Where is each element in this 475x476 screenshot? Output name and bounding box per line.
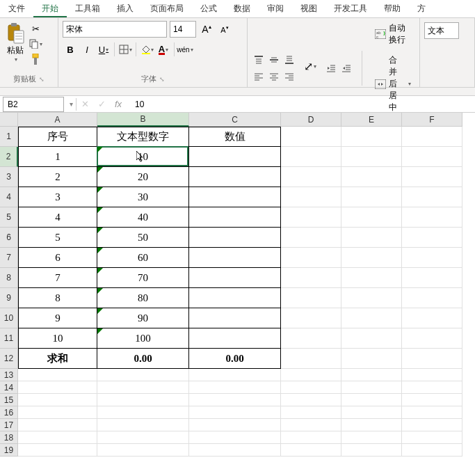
pinyin-button[interactable]: wén ▾: [177, 42, 193, 57]
cell[interactable]: [97, 369, 189, 381]
font-size-input[interactable]: [170, 21, 196, 38]
cell[interactable]: [189, 248, 281, 268]
cell[interactable]: [281, 406, 341, 419]
row-header-1[interactable]: 1: [0, 127, 18, 147]
cell[interactable]: [281, 228, 341, 248]
cell[interactable]: [341, 431, 402, 444]
row-header-10[interactable]: 10: [0, 308, 18, 328]
col-header-c[interactable]: C: [189, 113, 281, 127]
cell[interactable]: [341, 308, 402, 328]
cell[interactable]: 20: [97, 167, 189, 187]
cell[interactable]: [341, 419, 402, 431]
cell[interactable]: [281, 187, 341, 207]
cell[interactable]: [402, 228, 462, 248]
cell[interactable]: [402, 207, 462, 228]
increase-indent-button[interactable]: [339, 61, 353, 75]
cell[interactable]: [97, 419, 189, 431]
cell[interactable]: [402, 167, 462, 187]
copy-button[interactable]: ▾: [29, 38, 42, 50]
cell[interactable]: [189, 308, 281, 328]
wrap-text-button[interactable]: abc 自动换行: [371, 21, 415, 47]
spreadsheet-grid[interactable]: A B C D E F 1234567891011121314151617181…: [0, 113, 475, 457]
bold-button[interactable]: B: [63, 42, 78, 57]
col-header-e[interactable]: E: [341, 113, 402, 127]
row-header-19[interactable]: 19: [0, 444, 18, 457]
cell[interactable]: 6: [18, 248, 97, 268]
row-header-15[interactable]: 15: [0, 394, 18, 406]
cell[interactable]: 1: [18, 147, 97, 167]
cell[interactable]: [189, 381, 281, 394]
cell[interactable]: [189, 394, 281, 406]
row-header-5[interactable]: 5: [0, 207, 18, 228]
cell[interactable]: [189, 406, 281, 419]
cell[interactable]: [281, 127, 341, 147]
cell[interactable]: 数值: [189, 127, 281, 147]
borders-button[interactable]: ▾: [118, 42, 133, 57]
cell[interactable]: [402, 394, 462, 406]
cell[interactable]: [402, 308, 462, 328]
cell[interactable]: [402, 288, 462, 308]
cell[interactable]: [18, 406, 97, 419]
cell[interactable]: [402, 349, 462, 369]
cell[interactable]: [341, 187, 402, 207]
cell[interactable]: [402, 147, 462, 167]
cell[interactable]: [189, 268, 281, 288]
row-header-4[interactable]: 4: [0, 187, 18, 207]
cell[interactable]: 70: [97, 268, 189, 288]
cell[interactable]: [341, 381, 402, 394]
name-box[interactable]: [3, 97, 64, 112]
col-header-d[interactable]: D: [281, 113, 341, 127]
increase-font-button[interactable]: A▴: [199, 22, 214, 37]
cell[interactable]: [189, 431, 281, 444]
cell[interactable]: [281, 308, 341, 328]
cell[interactable]: [341, 147, 402, 167]
insert-function-button[interactable]: fx: [110, 97, 127, 111]
cell[interactable]: [281, 288, 341, 308]
row-header-11[interactable]: 11: [0, 328, 18, 349]
cell[interactable]: [18, 394, 97, 406]
cell[interactable]: [341, 288, 402, 308]
cell[interactable]: 4: [18, 207, 97, 228]
cell[interactable]: [281, 419, 341, 431]
cell[interactable]: [189, 288, 281, 308]
tab-file[interactable]: 文件: [0, 0, 33, 17]
cell[interactable]: [402, 268, 462, 288]
cell[interactable]: [402, 369, 462, 381]
row-header-8[interactable]: 8: [0, 268, 18, 288]
row-header-13[interactable]: 13: [0, 369, 18, 381]
cell[interactable]: [189, 167, 281, 187]
cell[interactable]: [18, 381, 97, 394]
cell[interactable]: [402, 431, 462, 444]
number-format-select[interactable]: [424, 22, 459, 39]
col-header-f[interactable]: F: [402, 113, 462, 127]
cell[interactable]: 3: [18, 187, 97, 207]
cell[interactable]: [341, 394, 402, 406]
cell[interactable]: [18, 444, 97, 457]
cell[interactable]: 100: [97, 328, 189, 349]
cell[interactable]: 80: [97, 288, 189, 308]
align-top-button[interactable]: [252, 53, 266, 67]
cell[interactable]: [402, 248, 462, 268]
font-color-button[interactable]: A ▾: [156, 42, 171, 57]
cell[interactable]: 7: [18, 268, 97, 288]
tab-developer[interactable]: 开发工具: [325, 0, 376, 17]
expand-icon[interactable]: ⤡: [39, 76, 45, 83]
cell[interactable]: [281, 207, 341, 228]
cell[interactable]: [189, 369, 281, 381]
fill-color-button[interactable]: ▾: [139, 42, 154, 57]
cell[interactable]: [402, 406, 462, 419]
cell[interactable]: 60: [97, 248, 189, 268]
italic-button[interactable]: I: [79, 42, 95, 57]
cell[interactable]: [189, 419, 281, 431]
cell[interactable]: [281, 268, 341, 288]
cell[interactable]: 40: [97, 207, 189, 228]
cell[interactable]: [341, 167, 402, 187]
merge-center-button[interactable]: 合并后居中 ▾: [371, 53, 415, 115]
cell[interactable]: 30: [97, 187, 189, 207]
row-header-6[interactable]: 6: [0, 228, 18, 248]
cell[interactable]: [341, 328, 402, 349]
tab-formulas[interactable]: 公式: [192, 0, 225, 17]
cell[interactable]: [281, 167, 341, 187]
row-header-12[interactable]: 12: [0, 349, 18, 369]
tab-page-layout[interactable]: 页面布局: [142, 0, 192, 17]
